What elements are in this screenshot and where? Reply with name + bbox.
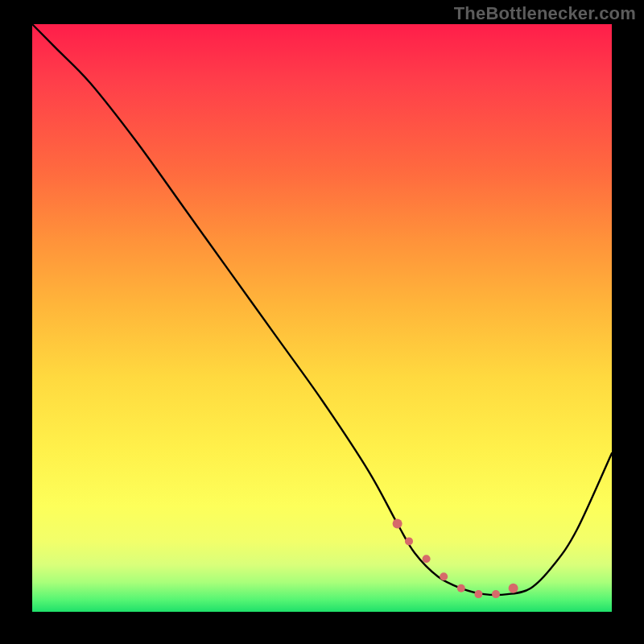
optimal-marker — [457, 584, 465, 592]
bottleneck-curve-path — [32, 24, 612, 595]
watermark-text: TheBottlenecker.com — [454, 3, 636, 24]
optimal-marker — [405, 537, 413, 545]
optimal-marker — [492, 590, 500, 598]
chart-frame: TheBottlenecker.com — [0, 0, 644, 644]
optimal-marker — [393, 519, 402, 529]
plot-area — [32, 24, 612, 612]
optimal-marker — [440, 572, 448, 580]
optimal-marker — [423, 555, 431, 563]
optimal-marker — [474, 590, 482, 598]
bottleneck-curve-svg — [32, 24, 612, 612]
optimal-marker — [509, 584, 518, 593]
